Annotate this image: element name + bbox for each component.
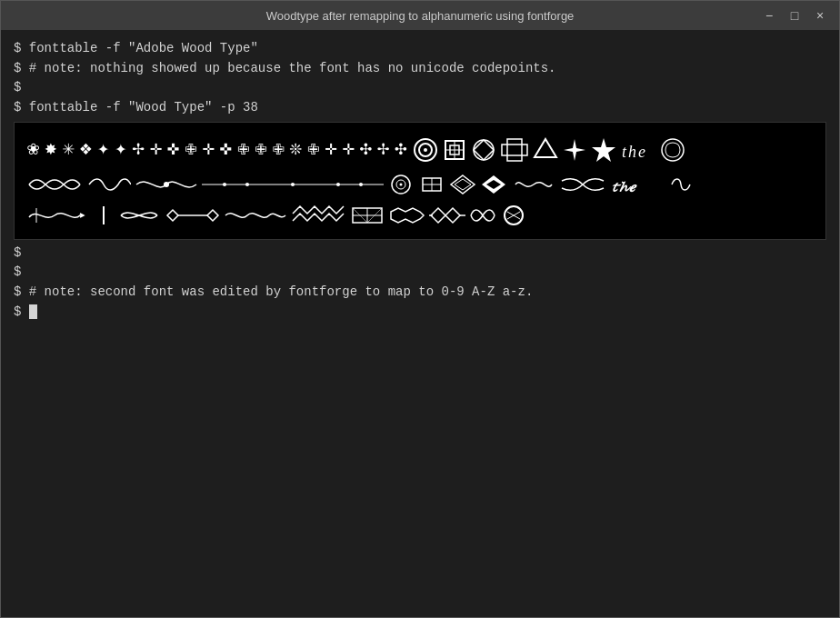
svg-rect-8 — [502, 145, 527, 155]
window-title: Woodtype after remapping to alphanumeric… — [266, 9, 575, 23]
svg-point-17 — [291, 183, 295, 186]
svg-rect-9 — [507, 139, 522, 161]
terminal-content[interactable]: $ fonttable -f "Adobe Wood Type" $ # not… — [1, 30, 839, 617]
svg-point-15 — [223, 183, 226, 186]
svg-point-16 — [245, 183, 249, 186]
font-preview-box: ❀ ✸ ✳ ❖ ✦ ✦ ✢ ✛ ✜ ✙ ✛ ✜ ✙ ✙ ✙ ❊ ✙ ✛ ✛ ✣ — [14, 122, 826, 240]
svg-marker-10 — [535, 139, 556, 157]
svg-point-2 — [424, 148, 427, 152]
svg-point-22 — [400, 184, 403, 186]
svg-text:the: the — [622, 143, 647, 161]
terminal-cursor — [29, 304, 37, 319]
svg-point-18 — [336, 183, 340, 186]
maximize-button[interactable]: □ — [783, 4, 806, 27]
close-button[interactable]: × — [808, 4, 832, 27]
terminal-window: Woodtype after remapping to alphanumeric… — [0, 0, 840, 618]
terminal-line-5: $ — [14, 244, 826, 264]
terminal-line-3: $ — [14, 78, 826, 98]
dingbat-row-1: ❀ ✸ ✳ ❖ ✦ ✦ ✢ ✛ ✜ ✙ ✛ ✜ ✙ ✙ ✙ ❊ ✙ ✛ ✛ ✣ — [27, 135, 813, 164]
svg-point-13 — [164, 182, 169, 187]
terminal-line-4: $ fonttable -f "Wood Type" -p 38 — [14, 98, 826, 118]
window-controls: − □ × — [757, 4, 832, 27]
titlebar: Woodtype after remapping to alphanumeric… — [1, 1, 839, 30]
terminal-line-2: $ # note: nothing showed up because the … — [14, 59, 826, 79]
terminal-line-7: $ # note: second font was edited by font… — [14, 283, 826, 303]
terminal-line-8: $ — [14, 303, 826, 323]
dingbat-row-3 — [27, 204, 813, 226]
dingbat-row-2: 𝓽𝓱𝒆 — [27, 174, 813, 195]
terminal-line-1: $ fonttable -f "Adobe Wood Type" — [14, 39, 826, 59]
svg-text:𝓽𝓱𝒆: 𝓽𝓱𝒆 — [611, 179, 638, 194]
svg-point-7 — [474, 140, 494, 160]
minimize-button[interactable]: − — [757, 4, 781, 27]
terminal-line-6: $ — [14, 263, 826, 283]
svg-point-19 — [359, 183, 363, 186]
